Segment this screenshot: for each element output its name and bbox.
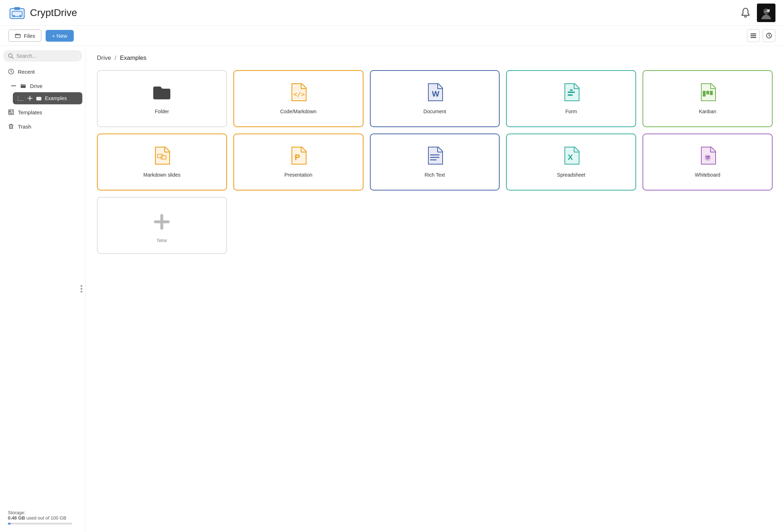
card-kanban[interactable]: Kanban: [643, 70, 773, 127]
card-code-markdown-label: Code/Markdown: [280, 109, 316, 114]
card-new[interactable]: New: [97, 197, 227, 254]
card-code-markdown[interactable]: </> Code/Markdown: [233, 70, 363, 127]
clock-icon: [8, 68, 14, 75]
code-markdown-icon: </>: [287, 81, 310, 104]
card-presentation[interactable]: P Presentation: [233, 134, 363, 191]
breadcrumb-root[interactable]: Drive: [97, 54, 111, 62]
sidebar-examples-container: Examples: [6, 92, 82, 104]
storage-bar-background: [8, 523, 72, 525]
svg-rect-37: [710, 91, 713, 95]
card-whiteboard-label: Whiteboard: [695, 172, 721, 178]
sidebar-item-drive[interactable]: Drive: [6, 79, 82, 92]
dot-1: [81, 285, 82, 287]
form-icon: [560, 81, 583, 104]
header-actions: [740, 4, 775, 22]
svg-line-15: [12, 57, 13, 58]
drive-icon: [9, 4, 26, 21]
avatar[interactable]: [757, 4, 775, 22]
presentation-icon: P: [287, 144, 310, 167]
card-folder[interactable]: Folder: [97, 70, 227, 127]
trash-icon: [8, 123, 14, 130]
card-spreadsheet[interactable]: X Spreadsheet: [506, 134, 636, 191]
plus-icon: [151, 211, 172, 233]
sidebar-item-templates[interactable]: Templates: [3, 106, 82, 119]
card-presentation-label: Presentation: [284, 172, 313, 178]
sidebar-item-examples[interactable]: Examples: [13, 92, 82, 104]
card-markdown-slides[interactable]: Markdown slides: [97, 134, 227, 191]
logo-area: CryptDrive: [9, 4, 740, 21]
toolbar-right: [747, 29, 775, 42]
sidebar-item-recent[interactable]: Recent: [3, 65, 82, 78]
history-icon: [765, 32, 773, 39]
content-area: Drive / Examples Folder </> Code/Markdow: [86, 46, 784, 532]
sidebar-drive-tree: Drive Examples: [3, 79, 82, 104]
svg-rect-35: [703, 91, 706, 97]
card-document[interactable]: W Document: [370, 70, 500, 127]
svg-text:</>: </>: [293, 90, 305, 98]
svg-text:W: W: [432, 89, 439, 98]
header: CryptDrive: [0, 0, 784, 26]
storage-bar-fill: [8, 523, 11, 525]
new-button[interactable]: + New: [46, 30, 74, 42]
svg-rect-22: [9, 110, 14, 115]
main-layout: Search... Recent Drive: [0, 46, 784, 532]
history-button[interactable]: [763, 29, 775, 42]
svg-rect-17: [11, 85, 16, 86]
card-spreadsheet-label: Spreadsheet: [557, 172, 585, 178]
card-document-label: Document: [423, 109, 446, 114]
card-whiteboard[interactable]: Whiteboard: [643, 134, 773, 191]
search-bar[interactable]: Search...: [3, 50, 82, 62]
svg-rect-21: [36, 97, 41, 100]
svg-point-3: [19, 15, 21, 17]
tree-connector: [18, 96, 24, 101]
card-markdown-slides-label: Markdown slides: [143, 172, 180, 178]
app-title: CryptDrive: [30, 7, 77, 19]
document-grid: Folder </> Code/Markdown W Document: [97, 70, 773, 254]
svg-rect-10: [751, 33, 756, 35]
kanban-icon: [696, 81, 719, 104]
minus-icon: [11, 83, 16, 89]
svg-rect-32: [568, 92, 575, 93]
card-form[interactable]: Form: [506, 70, 636, 127]
dot-2: [81, 288, 82, 290]
spreadsheet-icon: X: [560, 144, 583, 167]
plus-small-icon: [27, 95, 33, 101]
card-rich-text-label: Rich Text: [424, 172, 445, 178]
svg-text:P: P: [295, 153, 300, 162]
svg-rect-23: [9, 110, 11, 112]
list-view-icon: [750, 32, 757, 39]
markdown-slides-icon: [150, 144, 173, 167]
card-form-label: Form: [565, 109, 577, 114]
svg-rect-36: [706, 91, 709, 94]
rich-text-icon: [423, 144, 446, 167]
sidebar-item-trash[interactable]: Trash: [3, 120, 82, 133]
document-icon: W: [423, 81, 446, 104]
sidebar: Search... Recent Drive: [0, 46, 86, 532]
template-icon: [8, 109, 14, 115]
toolbar: Files + New: [0, 26, 784, 46]
dot-3: [81, 291, 82, 293]
resize-handle[interactable]: [79, 282, 84, 296]
files-button[interactable]: Files: [9, 30, 41, 42]
svg-rect-4: [14, 7, 20, 10]
new-card-label: New: [157, 238, 167, 243]
whiteboard-icon: [696, 144, 719, 167]
svg-point-2: [13, 15, 15, 17]
storage-info: Storage: 0.46 GB used out of 100 GB: [3, 506, 82, 527]
breadcrumb-current: Examples: [120, 54, 146, 62]
folder-doc-icon: [150, 81, 173, 104]
card-kanban-label: Kanban: [699, 109, 716, 114]
breadcrumb-separator: /: [115, 54, 117, 62]
folder-icon: [15, 32, 21, 39]
svg-rect-33: [568, 94, 573, 96]
svg-rect-48: [154, 220, 170, 223]
list-view-button[interactable]: [747, 29, 760, 42]
card-rich-text[interactable]: Rich Text: [370, 134, 500, 191]
breadcrumb: Drive / Examples: [97, 54, 773, 62]
examples-folder-icon: [36, 95, 42, 101]
card-folder-label: Folder: [155, 109, 169, 114]
svg-text:X: X: [568, 153, 573, 162]
notification-icon[interactable]: [740, 7, 751, 19]
svg-rect-20: [30, 96, 30, 101]
search-icon: [8, 53, 14, 59]
